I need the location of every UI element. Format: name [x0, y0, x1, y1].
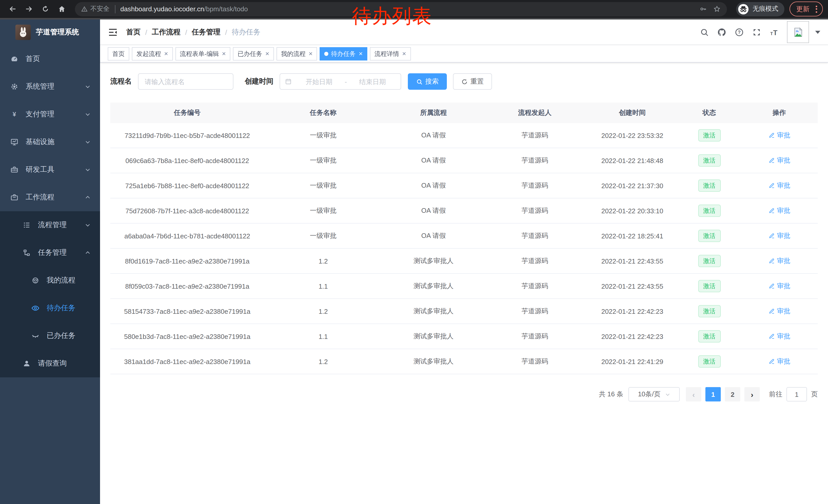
status-badge: 激活 [698, 230, 720, 242]
process-name: OA 请假 [382, 156, 485, 165]
status-badge: 激活 [698, 154, 720, 167]
task-id: 069c6a63-7b8a-11ec-8ef0-acde48001122 [110, 156, 264, 164]
svg-text:¥: ¥ [12, 111, 16, 118]
reload-icon[interactable] [38, 2, 52, 16]
sidebar-item-task-mgmt[interactable]: 任务管理 [0, 239, 100, 267]
update-button[interactable]: 更新 [790, 2, 823, 16]
sidebar-item-process-mgmt[interactable]: 流程管理 [0, 211, 100, 239]
approve-label: 审批 [777, 206, 790, 215]
github-icon[interactable] [714, 25, 730, 40]
approve-link[interactable]: 审批 [768, 181, 790, 190]
end-date-input[interactable] [349, 78, 396, 85]
briefcase-icon [10, 193, 18, 201]
back-icon[interactable] [5, 2, 19, 16]
sidebar-item-my-process[interactable]: 我的流程 [0, 267, 100, 294]
search-icon[interactable] [697, 25, 712, 40]
sidebar-item-leave-query[interactable]: 请假查询 [0, 350, 100, 377]
hamburger-icon[interactable] [108, 27, 118, 37]
home-icon[interactable] [54, 2, 69, 16]
date-range-picker[interactable]: - [280, 73, 401, 90]
avatar[interactable] [787, 21, 809, 43]
approve-link[interactable]: 审批 [768, 206, 790, 215]
tab-todo-task[interactable]: 待办任务× [320, 47, 367, 60]
browser-menu-icon[interactable] [814, 5, 819, 12]
approve-link[interactable]: 审批 [768, 307, 790, 316]
approve-label: 审批 [777, 156, 790, 165]
key-icon[interactable] [699, 5, 707, 13]
approve-link[interactable]: 审批 [768, 256, 790, 266]
fullscreen-icon[interactable] [749, 25, 764, 40]
tab-start-process[interactable]: 发起流程× [132, 47, 173, 60]
omnibox-divider [115, 5, 115, 13]
status-cell: 激活 [680, 230, 739, 242]
sidebar-item-system[interactable]: 系统管理 [0, 73, 100, 100]
tab-close-icon[interactable]: × [402, 50, 406, 57]
tab-close-icon[interactable]: × [359, 50, 363, 57]
sidebar-item-workflow[interactable]: 工作流程 [0, 184, 100, 211]
chevron-down-icon [84, 111, 92, 118]
breadcrumb-item[interactable]: 工作流程 [152, 28, 180, 37]
status-badge: 激活 [698, 179, 720, 192]
task-name: 一级审批 [264, 131, 382, 140]
eye-closed-icon [31, 332, 40, 340]
sidebar-item-infra[interactable]: 基础设施 [0, 128, 100, 156]
page-button-1[interactable]: 1 [705, 387, 721, 402]
tab-home[interactable]: 首页 [108, 47, 129, 60]
chevron-up-icon [84, 194, 92, 200]
tags-view: 首页发起流程×流程表单-编辑×已办任务×我的流程×待办任务×流程详情× [100, 45, 828, 62]
approve-link[interactable]: 审批 [768, 332, 790, 341]
approve-link[interactable]: 审批 [768, 231, 790, 240]
tab-close-icon[interactable]: × [309, 50, 313, 57]
goto-page-input[interactable] [786, 387, 807, 402]
filter-form: 流程名 创建时间 - 搜索 [110, 73, 818, 90]
tab-close-icon[interactable]: × [164, 50, 168, 57]
start-date-input[interactable] [295, 78, 343, 85]
sidebar-item-label: 我的流程 [47, 276, 75, 285]
browser-toolbar: 不安全 dashboard.yudao.iocoder.cn/bpm/task/… [0, 0, 828, 18]
next-page-button[interactable]: › [744, 387, 760, 402]
tab-my-process[interactable]: 我的流程× [277, 47, 317, 60]
tab-close-icon[interactable]: × [265, 50, 269, 57]
chevron-down-icon [84, 84, 92, 90]
star-icon[interactable] [713, 5, 721, 13]
url-bar[interactable]: 不安全 dashboard.yudao.iocoder.cn/bpm/task/… [75, 2, 727, 16]
table-row: 580e1b3d-7ac8-11ec-a9e2-a2380e71991a1.1测… [110, 324, 818, 349]
chevron-down-icon[interactable] [815, 31, 820, 34]
table-header: 任务编号任务名称所属流程流程发起人创建时间状态操作 [110, 102, 818, 123]
sidebar-item-todo-task[interactable]: 待办任务 [0, 294, 100, 322]
breadcrumb-item[interactable]: 首页 [126, 28, 140, 37]
tab-done-task[interactable]: 已办任务× [233, 47, 274, 60]
prev-page-button[interactable]: ‹ [686, 387, 701, 402]
sidebar-item-done-task[interactable]: 已办任务 [0, 322, 100, 350]
tab-label: 流程详情 [374, 47, 399, 60]
process-name-input[interactable] [145, 78, 227, 85]
breadcrumb-item[interactable]: 任务管理 [192, 28, 220, 37]
security-label: 不安全 [90, 5, 110, 13]
sidebar-item-payment[interactable]: ¥支付管理 [0, 100, 100, 128]
approve-label: 审批 [777, 231, 790, 240]
page-size-select[interactable]: 10条/页 [628, 387, 680, 402]
font-size-icon[interactable]: TT [767, 25, 782, 40]
task-id: 580e1b3d-7ac8-11ec-a9e2-a2380e71991a [110, 332, 264, 340]
yen-icon: ¥ [10, 110, 18, 119]
approve-link[interactable]: 审批 [768, 156, 790, 165]
page-button-2[interactable]: 2 [725, 387, 740, 402]
incognito-label: 无痕模式 [753, 5, 778, 13]
help-icon[interactable]: ? [732, 25, 747, 40]
tab-process-detail[interactable]: 流程详情× [370, 47, 411, 60]
tab-form-edit[interactable]: 流程表单-编辑× [175, 47, 230, 60]
search-button[interactable]: 搜索 [408, 73, 447, 90]
sidebar-item-home[interactable]: 首页 [0, 45, 100, 73]
action-cell: 审批 [739, 131, 820, 140]
reset-button[interactable]: 重置 [453, 73, 492, 90]
approve-link[interactable]: 审批 [768, 131, 790, 140]
sidebar-item-devtools[interactable]: 研发工具 [0, 156, 100, 184]
task-id: a6aba0a4-7b6d-11ec-b781-acde48001122 [110, 232, 264, 240]
forward-icon[interactable] [22, 2, 36, 16]
viewport: 不安全 dashboard.yudao.iocoder.cn/bpm/task/… [0, 0, 828, 504]
approve-link[interactable]: 审批 [768, 357, 790, 366]
process-starter: 芋道源码 [485, 256, 585, 266]
tab-close-icon[interactable]: × [222, 50, 226, 57]
status-badge: 激活 [698, 255, 720, 267]
approve-link[interactable]: 审批 [768, 281, 790, 291]
